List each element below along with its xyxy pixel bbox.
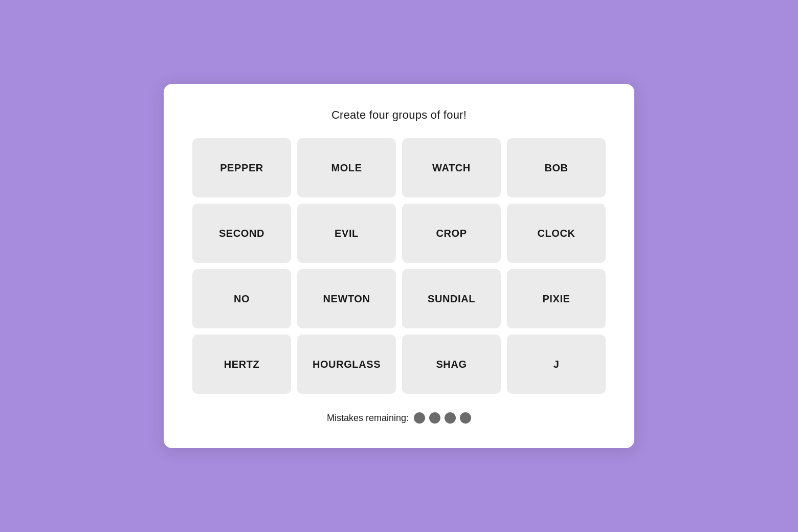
word-card[interactable]: J — [507, 335, 606, 394]
word-card[interactable]: PIXIE — [507, 269, 606, 328]
word-card[interactable]: EVIL — [297, 204, 396, 263]
game-title: Create four groups of four! — [192, 108, 606, 122]
word-card[interactable]: NEWTON — [297, 269, 396, 328]
word-label: HERTZ — [224, 359, 260, 370]
mistakes-row: Mistakes remaining: — [192, 412, 606, 424]
word-label: NO — [234, 293, 250, 305]
mistakes-dots — [414, 412, 471, 424]
word-label: SHAG — [436, 359, 467, 370]
word-label: WATCH — [432, 162, 471, 174]
word-card[interactable]: NO — [192, 269, 291, 328]
mistake-dot — [460, 412, 471, 424]
word-card[interactable]: SHAG — [402, 335, 501, 394]
mistakes-label: Mistakes remaining: — [327, 413, 409, 424]
word-label: CROP — [436, 228, 467, 239]
game-container: Create four groups of four! PEPPERMOLEWA… — [164, 84, 634, 448]
word-grid: PEPPERMOLEWATCHBOBSECONDEVILCROPCLOCKNON… — [192, 138, 606, 394]
mistake-dot — [429, 412, 440, 424]
word-card[interactable]: CROP — [402, 204, 501, 263]
word-card[interactable]: PEPPER — [192, 138, 291, 197]
word-label: MOLE — [331, 162, 362, 174]
word-card[interactable]: CLOCK — [507, 204, 606, 263]
word-label: J — [553, 359, 560, 370]
word-label: PEPPER — [220, 162, 263, 174]
word-label: PIXIE — [542, 293, 570, 305]
word-card[interactable]: SECOND — [192, 204, 291, 263]
word-card[interactable]: WATCH — [402, 138, 501, 197]
word-label: BOB — [544, 162, 568, 174]
word-label: NEWTON — [323, 293, 370, 305]
word-label: SECOND — [219, 228, 264, 239]
mistake-dot — [445, 412, 456, 424]
word-card[interactable]: MOLE — [297, 138, 396, 197]
word-card[interactable]: HOURGLASS — [297, 335, 396, 394]
mistake-dot — [414, 412, 425, 424]
word-card[interactable]: SUNDIAL — [402, 269, 501, 328]
word-label: SUNDIAL — [428, 293, 475, 305]
word-label: CLOCK — [537, 228, 575, 239]
word-label: EVIL — [335, 228, 359, 239]
word-card[interactable]: BOB — [507, 138, 606, 197]
word-label: HOURGLASS — [313, 359, 381, 370]
word-card[interactable]: HERTZ — [192, 335, 291, 394]
